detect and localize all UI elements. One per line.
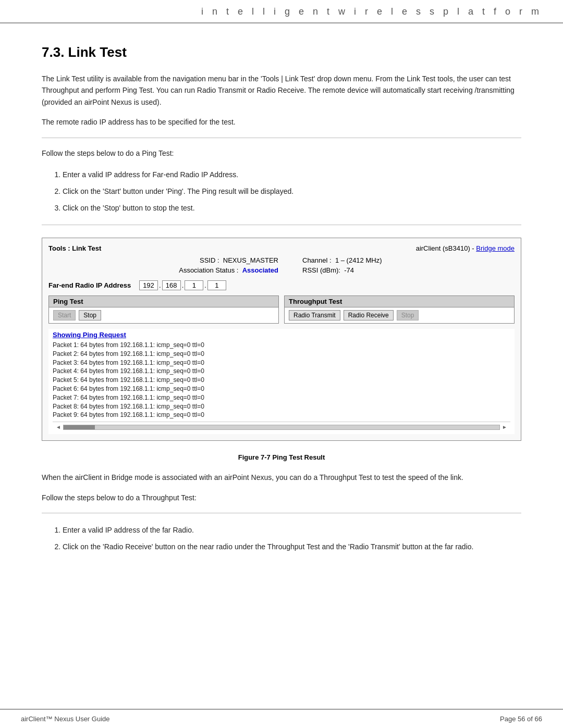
remote-ip-paragraph: The remote radio IP address has to be sp… — [42, 116, 521, 128]
ping-line: Packet 3: 64 bytes from 192.168.1.1: icm… — [53, 359, 510, 367]
footer-right-text: Page 56 of 66 — [500, 715, 542, 723]
ping-lines: Packet 1: 64 bytes from 192.168.1.1: icm… — [53, 341, 510, 419]
ip-address-row: Far-end Radio IP Address . . . — [48, 280, 515, 290]
footer-left-text: airClient™ Nexus User Guide — [21, 715, 110, 723]
test-panels: Ping Test Start Stop Throughput Test Rad… — [48, 295, 515, 324]
ip-field-3[interactable] — [185, 280, 203, 290]
page-footer: airClient™ Nexus User Guide Page 56 of 6… — [0, 709, 563, 728]
throughput-panel-header: Throughput Test — [285, 296, 514, 307]
follow-throughput-label: Follow the steps below to do a Throughpu… — [42, 492, 521, 503]
figure-caption: Figure 7-7 Ping Test Result — [42, 453, 521, 461]
scroll-left-arrow[interactable]: ◄ — [56, 424, 61, 430]
ping-panel-body: Start Stop — [49, 307, 278, 323]
scroll-right-arrow[interactable]: ► — [502, 424, 507, 430]
ping-line: Packet 6: 64 bytes from 192.168.1.1: icm… — [53, 385, 510, 393]
ping-results-title: Showing Ping Request — [53, 331, 510, 339]
tools-header: Tools : Link Test airClient (sB3410) - B… — [48, 244, 515, 252]
stop-button[interactable]: Stop — [79, 310, 101, 320]
ping-panel: Ping Test Start Stop — [48, 295, 279, 324]
ping-line: Packet 4: 64 bytes from 192.168.1.1: icm… — [53, 367, 510, 376]
ping-line: Packet 9: 64 bytes from 192.168.1.1: icm… — [53, 411, 510, 419]
ping-line: Packet 5: 64 bytes from 192.168.1.1: icm… — [53, 376, 510, 385]
ping-line: Packet 2: 64 bytes from 192.168.1.1: icm… — [53, 350, 510, 359]
bridge-mode-paragraph: When the airClient in Bridge mode is ass… — [42, 472, 521, 483]
stop-throughput-button[interactable]: Stop — [397, 310, 419, 320]
radio-transmit-button[interactable]: Radio Transmit — [289, 310, 340, 320]
screenshot-box: Tools : Link Test airClient (sB3410) - B… — [42, 238, 521, 441]
channel-label: Channel : — [302, 256, 332, 264]
list-item: Click on the 'Start' button under 'Ping'… — [63, 184, 521, 199]
rssi-label: RSSI (dBm): — [302, 266, 340, 274]
ssid-label: SSID : — [200, 256, 219, 264]
divider-2 — [42, 225, 521, 225]
ip-field-2[interactable] — [162, 280, 181, 290]
list-item: Click on the 'Stop' button to stop the t… — [63, 201, 521, 215]
ping-line: Packet 1: 64 bytes from 192.168.1.1: icm… — [53, 341, 510, 350]
scroll-thumb[interactable] — [64, 425, 95, 429]
throughput-steps-list: Enter a valid IP address of the far Radi… — [63, 523, 521, 554]
assoc-value: Associated — [242, 266, 278, 274]
ping-panel-header: Ping Test — [49, 296, 278, 307]
rssi-value: -74 — [344, 266, 354, 274]
ping-steps-list: Enter a valid IP address for Far-end Rad… — [63, 167, 521, 215]
header-title: i n t e l l i g e n t w i r e l e s s p … — [201, 6, 542, 17]
divider-3 — [42, 513, 521, 513]
tools-label: Tools : Link Test — [48, 244, 101, 252]
section-heading: 7.3. Link Test — [42, 44, 521, 60]
start-button[interactable]: Start — [53, 310, 76, 320]
intro-paragraph: The Link Test utility is available from … — [42, 73, 521, 108]
ip-field-1[interactable] — [139, 280, 158, 290]
ip-label: Far-end Radio IP Address — [48, 281, 132, 289]
ping-line: Packet 8: 64 bytes from 192.168.1.1: icm… — [53, 402, 510, 411]
page-header: i n t e l l i g e n t w i r e l e s s p … — [0, 0, 563, 23]
list-item: Click on the 'Radio Receive' button on t… — [63, 539, 521, 554]
scroll-track[interactable] — [63, 425, 500, 430]
ping-results-area: Showing Ping Request Packet 1: 64 bytes … — [48, 329, 515, 434]
channel-value: 1 – (2412 MHz) — [335, 256, 382, 264]
info-table: SSID : NEXUS_MASTER Channel : 1 – (2412 … — [48, 255, 515, 275]
ssid-value: NEXUS_MASTER — [223, 256, 278, 264]
bridge-mode-link[interactable]: Bridge mode — [476, 244, 515, 252]
throughput-panel: Throughput Test Radio Transmit Radio Rec… — [284, 295, 515, 324]
device-info: airClient (sB3410) - Bridge mode — [416, 244, 515, 252]
ping-line: Packet 7: 64 bytes from 192.168.1.1: icm… — [53, 393, 510, 402]
main-content: 7.3. Link Test The Link Test utility is … — [0, 23, 563, 577]
follow-ping-label: Follow the steps below to do a Ping Test… — [42, 147, 521, 159]
divider-1 — [42, 138, 521, 138]
horizontal-scrollbar[interactable]: ◄ ► — [53, 422, 510, 432]
assoc-label: Association Status : — [179, 266, 238, 274]
list-item: Enter a valid IP address for Far-end Rad… — [63, 167, 521, 182]
ip-field-4[interactable] — [207, 280, 226, 290]
radio-receive-button[interactable]: Radio Receive — [344, 310, 394, 320]
list-item: Enter a valid IP address of the far Radi… — [63, 523, 521, 537]
throughput-panel-body: Radio Transmit Radio Receive Stop — [285, 307, 514, 323]
